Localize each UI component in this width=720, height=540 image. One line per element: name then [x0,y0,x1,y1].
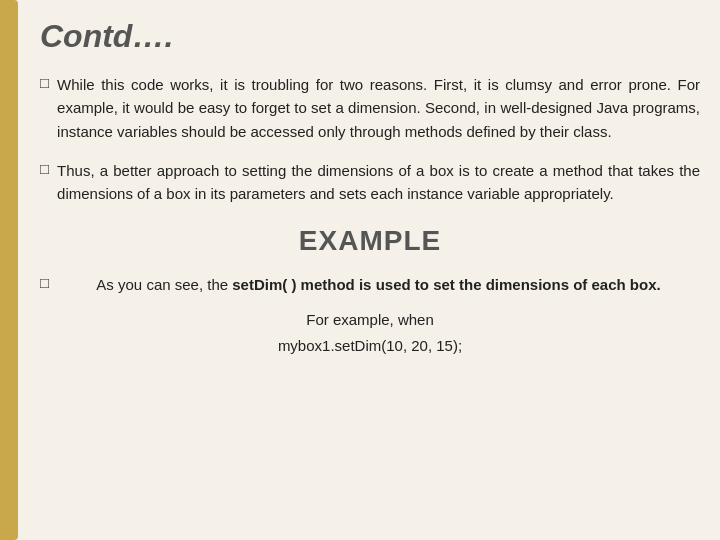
example-line2: For example, when [40,307,700,333]
bullet-symbol-2: □ [40,160,49,177]
example-line1-bold: setDim( ) method is used to set the dime… [232,276,660,293]
example-centered-lines: For example, when mybox1.setDim(10, 20, … [40,307,700,358]
bullet-item-2: □ Thus, a better approach to setting the… [40,159,700,206]
main-content: Contd…. □ While this code works, it is t… [30,0,720,376]
bullet-symbol-3: □ [40,274,49,291]
example-section: □ As you can see, the setDim( ) method i… [40,273,700,297]
bullet-item-1: □ While this code works, it is troubling… [40,73,700,143]
example-line3: mybox1.setDim(10, 20, 15); [40,333,700,359]
example-heading: EXAMPLE [40,225,700,257]
bullet-text-2: Thus, a better approach to setting the d… [57,159,700,206]
left-decorative-bar [0,0,18,540]
example-text-block: As you can see, the setDim( ) method is … [57,273,700,297]
page-title: Contd…. [40,18,700,55]
example-line1-plain: As you can see, the [96,276,232,293]
bullet-text-1: While this code works, it is troubling f… [57,73,700,143]
bullet-symbol-1: □ [40,74,49,91]
